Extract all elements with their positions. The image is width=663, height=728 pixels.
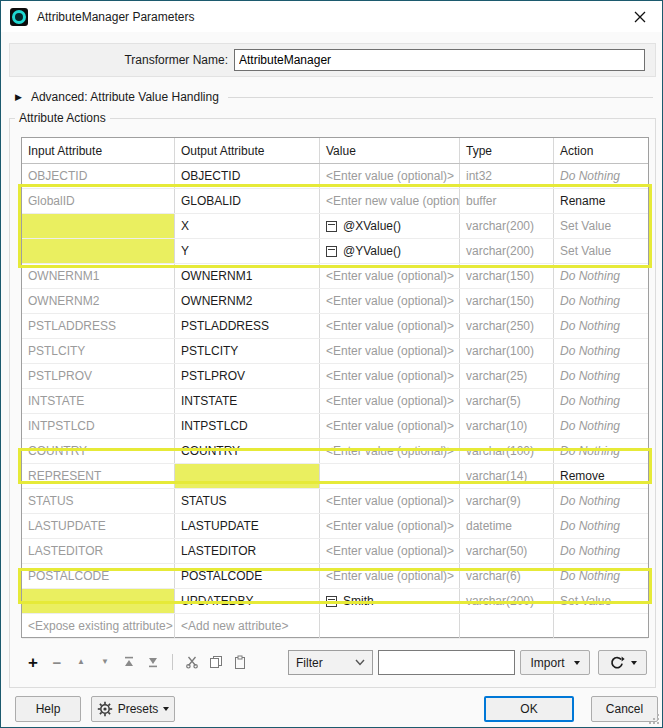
- cell-input-attribute[interactable]: INTPSTLCD: [22, 414, 175, 438]
- cell-input-attribute[interactable]: OBJECTID: [22, 164, 175, 188]
- add-row-button[interactable]: +: [24, 652, 42, 672]
- move-top-button[interactable]: [120, 652, 138, 672]
- cell-input-attribute[interactable]: COUNTRY: [22, 439, 175, 463]
- cell-input-attribute[interactable]: STATUS: [22, 489, 175, 513]
- help-button[interactable]: Help: [15, 696, 81, 722]
- cell-value[interactable]: Smith: [320, 589, 460, 613]
- column-header[interactable]: Type: [460, 138, 554, 163]
- text-editor-icon[interactable]: [326, 221, 337, 232]
- cell-input-attribute[interactable]: LASTEDITOR: [22, 539, 175, 563]
- filter-dropdown[interactable]: Filter: [288, 650, 373, 675]
- column-header[interactable]: Input Attribute: [22, 138, 175, 163]
- cell-input-attribute[interactable]: PSTLPROV: [22, 364, 175, 388]
- cell-value[interactable]: <Enter value (optional)>: [320, 339, 460, 363]
- cell-input-attribute[interactable]: <Expose existing attribute>: [22, 614, 175, 638]
- cell-output-attribute[interactable]: [175, 464, 320, 488]
- copy-button[interactable]: [207, 652, 225, 672]
- cell-output-attribute[interactable]: PSTLPROV: [175, 364, 320, 388]
- cell-value[interactable]: <Enter value (optional)>: [320, 564, 460, 588]
- action-dropdown[interactable]: Remove: [554, 464, 648, 488]
- remove-row-button[interactable]: −: [48, 652, 66, 672]
- cell-output-attribute[interactable]: INTPSTLCD: [175, 414, 320, 438]
- action-dropdown[interactable]: Do Nothing: [554, 364, 648, 388]
- cell-output-attribute[interactable]: OWNERNM1: [175, 264, 320, 288]
- cell-value[interactable]: <Enter value (optional)>: [320, 289, 460, 313]
- cell-output-attribute[interactable]: COUNTRY: [175, 439, 320, 463]
- cell-output-attribute[interactable]: POSTALCODE: [175, 564, 320, 588]
- advanced-section-toggle[interactable]: ▶ Advanced: Attribute Value Handling: [15, 89, 653, 105]
- cell-output-attribute[interactable]: PSTLADDRESS: [175, 314, 320, 338]
- cell-output-attribute[interactable]: INTSTATE: [175, 389, 320, 413]
- action-dropdown[interactable]: Set Value: [554, 239, 648, 263]
- action-dropdown[interactable]: Do Nothing: [554, 389, 648, 413]
- cell-input-attribute[interactable]: PSTLADDRESS: [22, 314, 175, 338]
- import-button[interactable]: Import: [520, 650, 590, 675]
- cell-output-attribute[interactable]: <Add new attribute>: [175, 614, 320, 638]
- transformer-name-input[interactable]: [234, 49, 645, 71]
- action-dropdown[interactable]: Do Nothing: [554, 439, 648, 463]
- cell-output-attribute[interactable]: X: [175, 214, 320, 238]
- cell-input-attribute[interactable]: GlobalID: [22, 189, 175, 213]
- cell-value[interactable]: <Enter value (optional)>: [320, 164, 460, 188]
- cell-value[interactable]: <Enter value (optional)>: [320, 414, 460, 438]
- cell-value[interactable]: @XValue(): [320, 214, 460, 238]
- move-up-button[interactable]: ▲: [72, 652, 90, 672]
- text-editor-icon[interactable]: [326, 596, 337, 607]
- cell-input-attribute[interactable]: OWNERNM2: [22, 289, 175, 313]
- action-dropdown[interactable]: Set Value: [554, 214, 648, 238]
- close-button[interactable]: [618, 1, 662, 32]
- cell-output-attribute[interactable]: GLOBALID: [175, 189, 320, 213]
- cell-input-attribute[interactable]: REPRESENT: [22, 464, 175, 488]
- cell-output-attribute[interactable]: PSTLCITY: [175, 339, 320, 363]
- action-dropdown[interactable]: Do Nothing: [554, 339, 648, 363]
- cut-button[interactable]: [183, 652, 201, 672]
- move-down-button[interactable]: ▼: [96, 652, 114, 672]
- resize-grip[interactable]: [649, 714, 660, 725]
- cell-output-attribute[interactable]: LASTEDITOR: [175, 539, 320, 563]
- action-dropdown[interactable]: Do Nothing: [554, 164, 648, 188]
- cell-value[interactable]: <Enter value (optional)>: [320, 389, 460, 413]
- cell-input-attribute[interactable]: LASTUPDATE: [22, 514, 175, 538]
- action-dropdown[interactable]: Do Nothing: [554, 314, 648, 338]
- cell-value[interactable]: [320, 464, 460, 488]
- action-dropdown[interactable]: Do Nothing: [554, 289, 648, 313]
- cell-value[interactable]: <Enter value (optional)>: [320, 514, 460, 538]
- cell-input-attribute[interactable]: POSTALCODE: [22, 564, 175, 588]
- action-dropdown[interactable]: Do Nothing: [554, 564, 648, 588]
- cell-value[interactable]: <Enter value (optional)>: [320, 364, 460, 388]
- cell-value[interactable]: <Enter value (optional)>: [320, 539, 460, 563]
- action-dropdown[interactable]: Do Nothing: [554, 514, 648, 538]
- action-dropdown[interactable]: Do Nothing: [554, 414, 648, 438]
- action-dropdown[interactable]: Set Value: [554, 589, 648, 613]
- ok-button[interactable]: OK: [484, 696, 574, 722]
- presets-button[interactable]: Presets: [91, 696, 175, 722]
- action-dropdown[interactable]: Do Nothing: [554, 489, 648, 513]
- move-bottom-button[interactable]: [144, 652, 162, 672]
- refresh-button[interactable]: [598, 650, 647, 675]
- cell-input-attribute[interactable]: PSTLCITY: [22, 339, 175, 363]
- cell-output-attribute[interactable]: Y: [175, 239, 320, 263]
- cell-output-attribute[interactable]: STATUS: [175, 489, 320, 513]
- cell-input-attribute[interactable]: OWNERNM1: [22, 264, 175, 288]
- action-dropdown[interactable]: Rename: [554, 189, 648, 213]
- column-header[interactable]: Action: [554, 138, 648, 163]
- action-dropdown[interactable]: Do Nothing: [554, 264, 648, 288]
- paste-button[interactable]: [231, 652, 249, 672]
- cell-value[interactable]: <Enter value (optional)>: [320, 264, 460, 288]
- filter-input[interactable]: [378, 650, 515, 675]
- cell-value[interactable]: <Enter new value (optional)>: [320, 189, 460, 213]
- cell-output-attribute[interactable]: LASTUPDATE: [175, 514, 320, 538]
- action-dropdown[interactable]: [554, 614, 648, 638]
- cell-value[interactable]: @YValue(): [320, 239, 460, 263]
- cancel-button[interactable]: Cancel: [591, 696, 658, 722]
- text-editor-icon[interactable]: [326, 246, 337, 257]
- column-header[interactable]: Output Attribute: [175, 138, 320, 163]
- cell-output-attribute[interactable]: OBJECTID: [175, 164, 320, 188]
- cell-value[interactable]: [320, 614, 460, 638]
- cell-input-attribute[interactable]: [22, 214, 175, 238]
- cell-value[interactable]: <Enter value (optional)>: [320, 489, 460, 513]
- cell-output-attribute[interactable]: UPDATEDBY: [175, 589, 320, 613]
- column-header[interactable]: Value: [320, 138, 460, 163]
- action-dropdown[interactable]: Do Nothing: [554, 539, 648, 563]
- cell-input-attribute[interactable]: INTSTATE: [22, 389, 175, 413]
